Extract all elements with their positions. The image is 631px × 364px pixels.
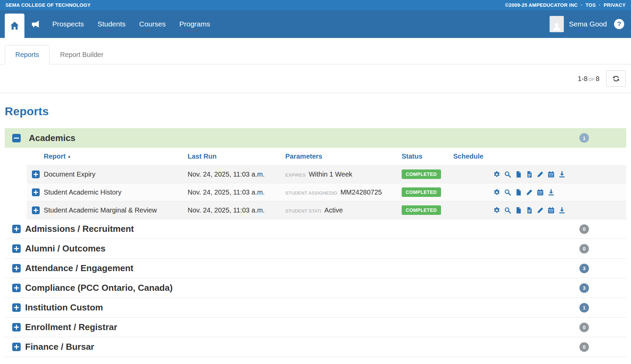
tab-reports[interactable]: Reports <box>5 45 50 64</box>
section-title: Finance / Bursar <box>25 342 94 352</box>
section-title: Institution Custom <box>25 302 103 313</box>
section-admissions-recruitment: Admissions / Recruitment 0 <box>5 219 626 239</box>
gear-icon[interactable] <box>493 189 500 196</box>
pencil-icon[interactable] <box>526 189 533 196</box>
pencil-icon[interactable] <box>537 171 544 178</box>
nav-item-prospects[interactable]: Prospects <box>52 20 84 28</box>
col-status[interactable]: Status <box>402 153 453 160</box>
tos-link[interactable]: TOS <box>586 2 596 8</box>
nav-user-area: Sema Good ? <box>550 16 624 32</box>
report-name: Student Academic History <box>44 188 188 196</box>
avatar[interactable] <box>550 16 564 32</box>
section-header-compliance-pcc-ontario-canada[interactable]: Compliance (PCC Ontario, Canada) 3 <box>5 278 626 298</box>
separator-dot: · <box>581 2 582 8</box>
count-badge: 3 <box>579 264 589 273</box>
top-bar: SEMA COLLEGE OF TECHNOLOGY ©2009-25 AMPE… <box>0 0 631 10</box>
privacy-link[interactable]: PRIVACY <box>604 2 626 8</box>
refresh-button[interactable] <box>606 70 626 87</box>
file-text-icon[interactable] <box>526 171 533 178</box>
report-last-run: Nov. 24, 2025, 11:03 a.m. <box>188 206 285 214</box>
search-icon[interactable] <box>504 171 511 178</box>
section-alumni-outcomes: Alumni / Outcomes 0 <box>5 239 626 259</box>
org-name: SEMA COLLEGE OF TECHNOLOGY <box>5 2 91 8</box>
section-header-admissions-recruitment[interactable]: Admissions / Recruitment 0 <box>5 219 626 239</box>
pagination-total: 8 <box>596 75 599 82</box>
status-badge: COMPLETED <box>402 169 441 179</box>
section-title: Admissions / Recruitment <box>25 224 134 234</box>
pdf-file-icon[interactable] <box>515 171 522 178</box>
pdf-file-icon[interactable] <box>515 207 522 214</box>
refresh-icon <box>612 75 620 82</box>
tab-report-builder[interactable]: Report Builder <box>50 45 114 64</box>
gear-icon[interactable] <box>493 207 500 214</box>
col-last-run[interactable]: Last Run <box>188 153 285 160</box>
report-row: Student Academic History Nov. 24, 2025, … <box>27 183 626 201</box>
collapse-icon[interactable] <box>12 134 21 142</box>
page-title: Reports <box>5 105 626 118</box>
report-parameters: STUDENT ASSIGNEDIDMM24280725 <box>285 188 402 196</box>
expand-row-icon[interactable] <box>32 170 40 178</box>
expand-icon[interactable] <box>12 225 21 233</box>
expand-row-icon[interactable] <box>32 188 40 196</box>
main-navbar: Prospects Students Courses Programs Sema… <box>0 10 631 38</box>
file-text-icon[interactable] <box>526 207 533 214</box>
status-badge: COMPLETED <box>402 205 441 215</box>
main-content: Reports Academics 1 Report▲ Last Run Par… <box>0 105 631 357</box>
download-icon[interactable] <box>558 207 566 214</box>
download-icon[interactable] <box>548 189 555 196</box>
home-tab[interactable] <box>5 14 24 38</box>
section-header-alumni-outcomes[interactable]: Alumni / Outcomes 0 <box>5 239 626 259</box>
expand-icon[interactable] <box>12 343 21 351</box>
nav-item-programs[interactable]: Programs <box>179 20 210 28</box>
section-enrollment-registrar: Enrollment / Registrar 0 <box>5 318 626 337</box>
expand-icon[interactable] <box>12 323 21 331</box>
section-header-enrollment-registrar[interactable]: Enrollment / Registrar 0 <box>5 318 626 337</box>
pagination-row: 1-8OF8 <box>0 64 631 93</box>
param-value: MM24280725 <box>340 188 382 196</box>
col-schedule[interactable]: Schedule <box>453 153 493 160</box>
col-report[interactable]: Report▲ <box>44 153 188 160</box>
calendar-icon[interactable] <box>548 207 555 214</box>
megaphone-icon[interactable] <box>31 20 40 28</box>
sections-list: Academics 1 Report▲ Last Run Parameters … <box>5 128 626 357</box>
user-name[interactable]: Sema Good <box>569 20 607 28</box>
nav-item-courses[interactable]: Courses <box>139 20 166 28</box>
expand-icon[interactable] <box>12 284 21 292</box>
pagination-of-label: OF <box>589 77 595 82</box>
param-label: EXPIRES <box>285 173 306 178</box>
count-badge: 0 <box>579 224 589 234</box>
section-header-finance-bursar[interactable]: Finance / Bursar 0 <box>5 337 626 357</box>
calendar-icon[interactable] <box>537 189 544 196</box>
pagination-range: 1-8 <box>578 75 588 82</box>
section-header-attendance-engagement[interactable]: Attendance / Engagement 3 <box>5 259 626 278</box>
section-header-institution-custom[interactable]: Institution Custom 1 <box>5 298 626 318</box>
gear-icon[interactable] <box>493 171 500 178</box>
calendar-icon[interactable] <box>548 171 555 178</box>
nav-item-students[interactable]: Students <box>97 20 126 28</box>
download-icon[interactable] <box>558 171 566 178</box>
search-icon[interactable] <box>504 207 511 214</box>
nav-links: Prospects Students Courses Programs <box>52 20 210 28</box>
search-icon[interactable] <box>504 189 511 196</box>
section-title: Compliance (PCC Ontario, Canada) <box>25 283 173 293</box>
count-badge: 0 <box>579 342 589 352</box>
section-title: Academics <box>29 133 75 143</box>
section-finance-bursar: Finance / Bursar 0 <box>5 337 626 357</box>
section-header-academics[interactable]: Academics 1 <box>5 128 626 148</box>
expand-icon[interactable] <box>12 303 21 312</box>
param-value: Active <box>324 206 343 214</box>
expand-row-icon[interactable] <box>32 206 40 214</box>
expand-icon[interactable] <box>12 244 21 253</box>
report-last-run: Nov. 24, 2025, 11:03 a.m. <box>188 188 285 196</box>
report-parameters: STUDENT STATIActive <box>285 206 402 214</box>
report-row: Document Expiry Nov. 24, 2025, 11:03 a.m… <box>27 165 626 183</box>
table-header-row: Report▲ Last Run Parameters Status Sched… <box>27 148 626 165</box>
pdf-file-icon[interactable] <box>515 189 522 196</box>
section-title: Alumni / Outcomes <box>25 243 106 254</box>
help-icon[interactable]: ? <box>614 19 624 29</box>
pencil-icon[interactable] <box>537 207 544 214</box>
col-parameters[interactable]: Parameters <box>285 153 402 160</box>
home-icon <box>10 21 19 31</box>
expand-icon[interactable] <box>12 264 21 272</box>
separator-dot: · <box>599 2 600 8</box>
